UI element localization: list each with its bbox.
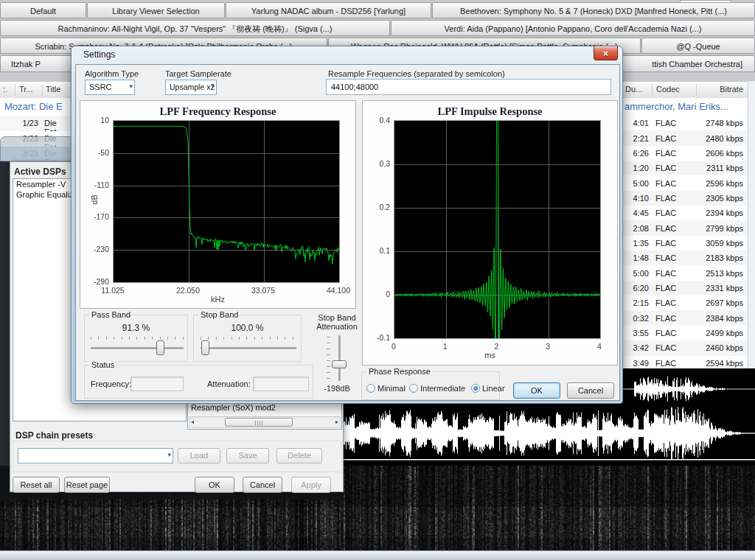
tab-beethoven[interactable]: Beethoven: Symphony No. 5 & 7 (Honeck) D… [432,2,755,18]
table-row[interactable]: 4:01FLAC2748 kbps [623,116,748,130]
table-row[interactable]: 4:45FLAC2394 kbps [623,206,748,220]
resample-frequencies-input[interactable]: 44100;48000 [326,79,611,95]
stop-band-slider-thumb[interactable] [201,340,209,355]
preset-combo[interactable]: ▾ [18,448,173,463]
chevron-down-icon: ▾ [167,451,171,458]
reset-all-button[interactable]: Reset all [13,477,60,493]
radio-minimal[interactable] [366,384,375,393]
reset-page-button[interactable]: Reset page [64,477,110,493]
scroll-right-button[interactable]: ▸ [335,419,338,425]
codec-cell: FLAC [655,269,688,278]
radio-intermediate[interactable] [409,384,418,393]
table-row[interactable]: 0:32FLAC2384 kbps [623,310,748,325]
col-duration[interactable]: Du... [625,85,642,94]
load-button[interactable]: Load [178,448,220,463]
col-index[interactable]: :. [3,85,7,94]
bitrate-cell: 2384 kbps [688,314,748,323]
status-bar [0,550,755,560]
dialog-title: Settings [83,49,115,60]
bitrate-cell: 2697 kbps [688,298,748,307]
table-row[interactable]: 1:35FLAC3059 kbps [623,236,748,251]
table-row[interactable]: 2:15FLAC2697 kbps [623,295,748,310]
codec-cell: FLAC [655,194,688,203]
table-row[interactable]: 3:55FLAC2499 kbps [623,326,748,340]
delete-button[interactable]: Delete [276,448,322,463]
table-row[interactable]: 5:00FLAC2596 kbps [623,175,748,190]
tab-queue[interactable]: @Q -Queue [641,38,755,54]
tab-library-viewer-selection[interactable]: Library Viewer Selection [87,2,225,18]
apply-button[interactable]: Apply [291,477,331,493]
frequency-label: Frequency: [91,379,131,388]
attenuation-slider-track[interactable] [338,335,341,381]
bitrate-cell: 2799 kbps [688,224,748,233]
table-row[interactable]: 6:26FLAC2606 kbps [623,146,748,161]
x-tick-label: 33.075 [241,286,285,295]
playlist-scrollbar[interactable]: ▴ ▾ [748,81,755,372]
table-row[interactable]: 5:00FLAC2513 kbps [623,265,748,280]
bitrate-cell: 2460 kbps [688,343,748,352]
tab-default[interactable]: Default [0,2,86,18]
y-tick-label: 0 [363,290,390,298]
bitrate-cell: 2606 kbps [688,149,748,158]
dialog-cancel-button[interactable]: Cancel [567,382,614,399]
attenuation-slider-thumb[interactable] [332,360,347,368]
available-dsp-item[interactable]: Resampler (SoX) mod2 [188,402,341,413]
save-button[interactable]: Save [226,448,269,463]
attenuation-value: -198dB [313,384,361,393]
pass-band-slider-thumb[interactable] [156,340,164,355]
x-axis-label: kHz [80,295,355,304]
status-label: Status [89,360,116,369]
table-row[interactable]: 2:21FLAC2480 kbps [623,130,748,145]
playlist-group-kammerchor[interactable]: ammerchor, Mari Eriks... [624,101,728,112]
table-row[interactable]: 2:08FLAC2799 kbps [623,220,748,235]
duration-cell: 2:21 [623,134,649,143]
playlist-row[interactable]: 1/23 Die Ent [0,116,71,131]
table-row[interactable]: 4:10FLAC2305 kbps [623,191,748,206]
target-samplerate-combo[interactable]: Upsample x2▾ [165,80,217,95]
table-row[interactable]: 3:42FLAC2460 kbps [623,340,748,355]
y-tick-label: 0.4 [363,116,390,125]
dialog-ok-button[interactable]: OK [513,382,560,399]
close-icon: × [603,49,608,59]
attenuation-field[interactable] [253,377,309,391]
col-track[interactable]: Tr... [19,85,33,94]
table-row[interactable]: 6:20FLAC2331 kbps [623,281,748,295]
y-tick-label: -50 [80,148,109,157]
radio-linear[interactable] [471,384,480,393]
table-row[interactable]: 1:48FLAC2183 kbps [623,251,748,265]
tab-rachmaninov[interactable]: Rachmaninov: All-Night Vigil, Op. 37 "Ve… [0,20,390,36]
codec-cell: FLAC [655,253,688,262]
prefs-ok-button[interactable]: OK [195,477,234,493]
codec-cell: FLAC [655,209,688,217]
bitrate-cell: 2331 kbps [688,284,748,293]
hscroll-thumb[interactable] [225,418,293,427]
codec-cell: FLAC [655,134,688,143]
tab-yarlung-album[interactable]: Yarlung NADAC album - DSD256 [Yarlung] [226,2,431,18]
duration-cell: 2:08 [623,224,649,233]
codec-cell: FLAC [655,298,688,307]
codec-cell: FLAC [655,329,688,337]
horizontal-scrollbar[interactable]: ◂ ▸ [189,416,341,428]
playlist-group-mozart[interactable]: Mozart: Die E [4,101,63,112]
scroll-left-button[interactable]: ◂ [191,419,194,425]
algorithm-type-combo[interactable]: SSRC▾ [85,80,135,95]
stop-band-slider-track[interactable] [201,347,296,350]
col-title[interactable]: Title [46,85,60,94]
prefs-cancel-button[interactable]: Cancel [243,477,282,493]
col-codec[interactable]: Codec [656,85,680,94]
bitrate-cell: 2594 kbps [688,359,748,368]
table-row[interactable]: 1:20FLAC2311 kbps [623,161,748,175]
frequency-field[interactable] [131,377,184,391]
pass-band-slider-track[interactable] [91,347,184,350]
bitrate-cell: 2394 kbps [688,209,748,217]
chart-title: LPF Impulse Response [363,105,617,118]
duration-cell: 5:00 [623,269,649,278]
attenuation-label-line2: Attenuation [313,322,361,331]
codec-cell: FLAC [655,224,688,233]
col-bitrate[interactable]: Bitrate [700,85,743,94]
chart-title: LPF Frequency Response [80,105,355,118]
close-button[interactable]: × [594,46,618,60]
x-axis-label: ms [363,351,617,360]
tab-verdi-aida[interactable]: Verdi: Aida (Pappano) [Antonio Pappano, … [391,20,755,36]
bitrate-cell: 2596 kbps [688,179,748,188]
